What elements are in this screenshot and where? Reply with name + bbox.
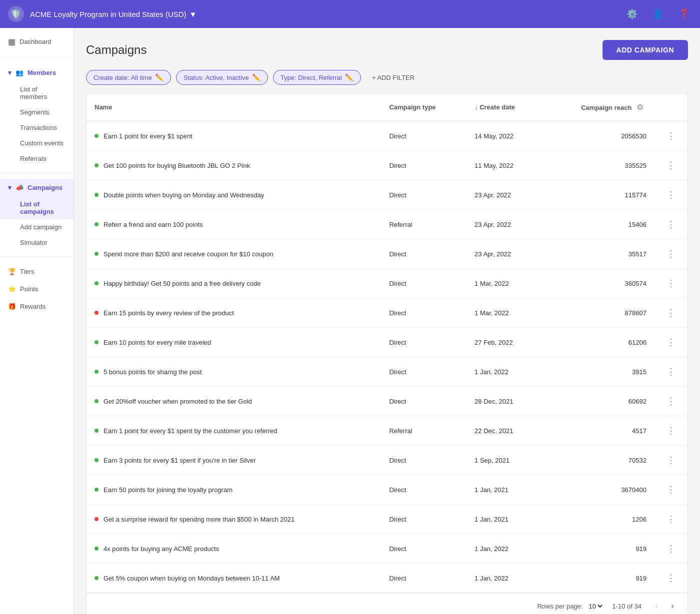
campaign-date-cell: 22 Dec, 2021 [466, 416, 544, 446]
campaign-more-button[interactable]: ⋮ [662, 276, 680, 291]
table-row[interactable]: Earn 3 points for every $1 spent if you'… [86, 446, 688, 475]
sidebar-item-add-campaign[interactable]: Add campaign [0, 219, 74, 235]
settings-icon[interactable]: ⚙️ [624, 6, 640, 22]
next-page-button[interactable]: › [666, 599, 680, 613]
sidebar-item-rewards[interactable]: 🎁 Rewards [0, 298, 74, 315]
campaigns-table-container: Name Campaign type ↓ Create date Campaig… [86, 93, 688, 614]
campaign-more-button[interactable]: ⋮ [662, 482, 680, 497]
topbar-icons: ⚙️ 👤 ❓ [624, 6, 692, 22]
status-dot [94, 252, 98, 256]
table-row[interactable]: Get 100 points for buying Bluetooth JBL … [86, 151, 688, 180]
prev-page-button[interactable]: ‹ [650, 599, 664, 613]
campaign-date-cell: 1 Jan, 2022 [466, 534, 544, 564]
campaign-more-button[interactable]: ⋮ [662, 128, 680, 143]
campaign-more-button[interactable]: ⋮ [662, 364, 680, 379]
sidebar-item-label: Dashboard [20, 38, 52, 45]
campaign-type-cell: Direct [381, 328, 466, 357]
campaign-date-cell: 23 Apr, 2022 [466, 239, 544, 269]
campaign-name: Get 20%off voucher when promoted to the … [104, 398, 252, 405]
status-dot [94, 488, 98, 492]
table-row[interactable]: Earn 15 points by every review of the pr… [86, 298, 688, 328]
campaigns-table: Name Campaign type ↓ Create date Campaig… [86, 93, 688, 593]
filter-chip-status[interactable]: Status: Active, Inactive ✏️ [176, 70, 268, 85]
sidebar-item-members[interactable]: ▾ 👥 Members [0, 64, 74, 81]
col-name-header: Name [86, 93, 381, 121]
table-row[interactable]: Get a surrprise reward for spendng more … [86, 505, 688, 534]
rewards-icon: 🎁 [8, 303, 16, 310]
status-dot [94, 429, 98, 433]
campaign-more-button[interactable]: ⋮ [662, 394, 680, 409]
sidebar-item-list-of-members[interactable]: List of members [0, 81, 74, 104]
table-row[interactable]: Earn 1 point for every $1 spent by the c… [86, 416, 688, 446]
table-row[interactable]: Earn 50 points for joining the loyalty p… [86, 475, 688, 505]
campaign-name-cell: Referr a frend and earn 100 points [86, 210, 381, 239]
campaign-actions-cell: ⋮ [654, 387, 688, 416]
sidebar-item-custom-events[interactable]: Custom events [0, 135, 74, 151]
expand-arrow-campaigns-icon: ▾ [8, 184, 12, 191]
campaign-more-button[interactable]: ⋮ [662, 158, 680, 173]
campaign-type-cell: Direct [381, 180, 466, 210]
campaign-more-button[interactable]: ⋮ [662, 423, 680, 438]
campaign-date-cell: 1 Mar, 2022 [466, 298, 544, 328]
help-icon[interactable]: ❓ [676, 6, 692, 22]
main-content: Campaigns ADD CAMPAIGN Create date: All … [74, 28, 700, 614]
campaign-type-cell: Direct [381, 239, 466, 269]
table-row[interactable]: 5 bonus points for sharng the post Direc… [86, 357, 688, 387]
app-title[interactable]: ACME Loyalty Program in United States (U… [30, 10, 196, 18]
campaign-type-cell: Direct [381, 269, 466, 298]
col-date-header[interactable]: ↓ Create date [466, 93, 544, 121]
campaign-name: Get 5% coupon when buying on Mondays bet… [104, 575, 280, 582]
sidebar-item-segments[interactable]: Segments [0, 104, 74, 120]
campaign-more-button[interactable]: ⋮ [662, 187, 680, 202]
table-row[interactable]: Earn 10 points for every mile traveled D… [86, 328, 688, 357]
campaign-name-cell: Double points when buying on Monday and … [86, 180, 381, 210]
sidebar-item-transactions[interactable]: Transactions [0, 120, 74, 135]
campaign-more-button[interactable]: ⋮ [662, 217, 680, 232]
campaign-name-cell: Earn 15 points by every review of the pr… [86, 298, 381, 328]
status-dot [94, 134, 98, 138]
add-filter-button[interactable]: + ADD FILTER [366, 71, 420, 84]
campaign-more-button[interactable]: ⋮ [662, 571, 680, 586]
campaign-name: Spend more than $200 and receive coupon … [104, 250, 274, 258]
campaign-more-button[interactable]: ⋮ [662, 246, 680, 261]
campaign-more-button[interactable]: ⋮ [662, 335, 680, 350]
members-icon: 👥 [16, 69, 24, 76]
table-row[interactable]: Referr a frend and earn 100 points Refer… [86, 210, 688, 239]
campaign-reach-cell: 60692 [544, 387, 654, 416]
sidebar-item-points[interactable]: ⭐ Points [0, 280, 74, 298]
table-row[interactable]: 4x points for buying any ACME products D… [86, 534, 688, 564]
sidebar-item-tiers[interactable]: 🏆 Tiers [0, 263, 74, 280]
table-row[interactable]: Earn 1 point for every $1 spent Direct 1… [86, 121, 688, 151]
campaign-more-button[interactable]: ⋮ [662, 453, 680, 468]
filter-chip-type[interactable]: Type: Direct, Referral ✏️ [273, 70, 361, 85]
sidebar-item-referrals[interactable]: Referrals [0, 151, 74, 166]
campaign-date-cell: 1 Jan, 2022 [466, 357, 544, 387]
campaign-type-cell: Direct [381, 505, 466, 534]
campaign-name-cell: Earn 1 point for every $1 spent by the c… [86, 416, 381, 446]
filter-chip-create-date[interactable]: Create date: All time ✏️ [86, 70, 171, 85]
account-icon[interactable]: 👤 [650, 6, 666, 22]
sidebar-item-dashboard[interactable]: ▦ Dashboard [0, 32, 74, 51]
sidebar-campaigns-label: Campaigns [28, 184, 62, 191]
rows-per-page-select[interactable]: 10 25 50 [586, 602, 604, 611]
campaign-type-cell: Direct [381, 151, 466, 180]
add-campaign-button[interactable]: ADD CAMPAIGN [602, 40, 688, 60]
table-row[interactable]: Get 5% coupon when buying on Mondays bet… [86, 564, 688, 593]
campaign-more-button[interactable]: ⋮ [662, 512, 680, 527]
sidebar-item-list-of-campaigns[interactable]: List of campaigns [0, 196, 74, 219]
campaign-date-cell: 11 May, 2022 [466, 151, 544, 180]
table-row[interactable]: Happy birthday! Get 50 points and a free… [86, 269, 688, 298]
sidebar-item-simulator[interactable]: Simulator [0, 235, 74, 250]
campaign-date-cell: 28 Dec, 2021 [466, 387, 544, 416]
status-dot [94, 370, 98, 374]
campaign-more-button[interactable]: ⋮ [662, 541, 680, 556]
sidebar-item-campaigns[interactable]: ▾ 📣 Campaigns [0, 179, 74, 196]
table-row[interactable]: Double points when buying on Monday and … [86, 180, 688, 210]
column-settings-button[interactable]: ⚙ [634, 100, 646, 114]
table-row[interactable]: Spend more than $200 and receive coupon … [86, 239, 688, 269]
col-reach-header: Campaign reach ⚙ [544, 93, 654, 121]
campaign-more-button[interactable]: ⋮ [662, 305, 680, 320]
table-row[interactable]: Get 20%off voucher when promoted to the … [86, 387, 688, 416]
campaign-name: Happy birthday! Get 50 points and a free… [104, 280, 260, 287]
app-logo: 🛡️ [8, 6, 24, 22]
